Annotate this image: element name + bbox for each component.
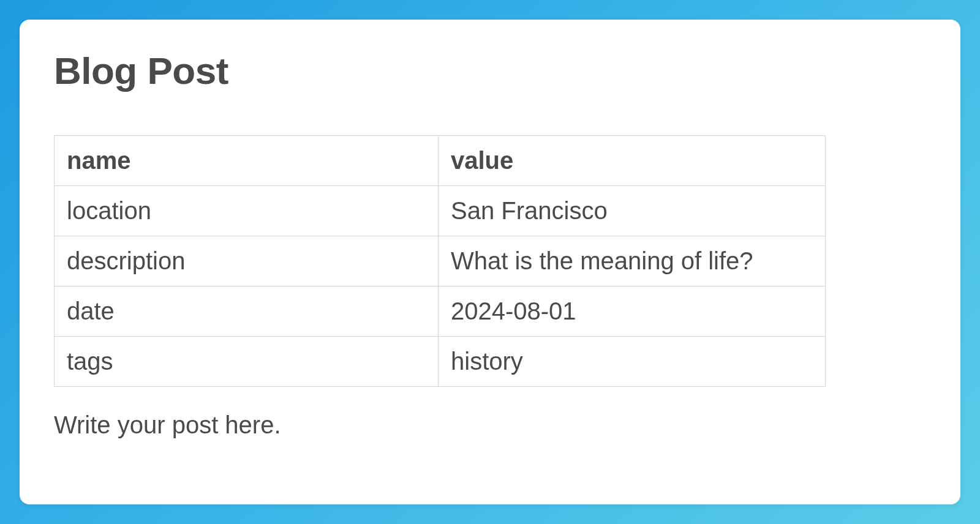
post-body-text: Write your post here. — [54, 411, 926, 439]
content-card: Blog Post name value location San Franci… — [20, 20, 960, 504]
table-cell-value: 2024-08-01 — [439, 286, 826, 337]
table-cell-value: San Francisco — [439, 186, 826, 236]
table-row: location San Francisco — [55, 186, 826, 236]
table-cell-value: What is the meaning of life? — [439, 236, 826, 286]
table-cell-name: date — [55, 286, 439, 337]
table-header-value: value — [439, 136, 826, 186]
metadata-table: name value location San Francisco descri… — [54, 135, 826, 387]
table-row: date 2024-08-01 — [55, 286, 826, 337]
table-row: tags history — [55, 337, 826, 387]
page-title: Blog Post — [54, 49, 926, 92]
table-header-row: name value — [55, 136, 826, 186]
table-header-name: name — [55, 136, 439, 186]
table-cell-name: description — [55, 236, 439, 286]
table-cell-name: tags — [55, 337, 439, 387]
table-cell-value: history — [439, 337, 826, 387]
table-row: description What is the meaning of life? — [55, 236, 826, 286]
table-cell-name: location — [55, 186, 439, 236]
